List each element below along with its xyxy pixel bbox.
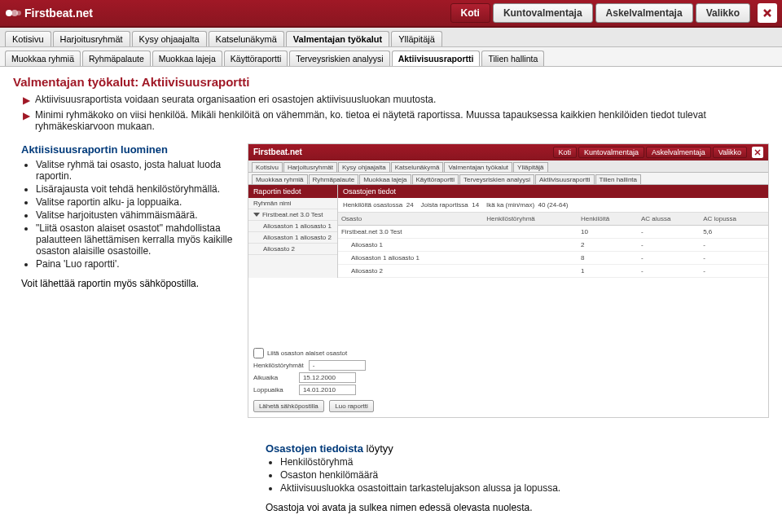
sub-tab-4[interactable]: Valmentajan työkalut (286, 31, 389, 46)
mock-row-3[interactable]: Aliosasto 21-- (338, 264, 768, 277)
mock-sub-5[interactable]: Ylläpitäjä (513, 162, 547, 172)
header-bar: Firstbeat.net Koti Kuntovalmentaja Askel… (0, 0, 782, 28)
mock-col-4: AC lopussa (700, 213, 768, 226)
mock-logo: Firstbeat.net (253, 147, 302, 156)
mock-side-header: Raportin tiedot (248, 185, 337, 198)
third-tab-2[interactable]: Muokkaa lajeja (152, 51, 222, 66)
sub-tab-1[interactable]: Harjoitusryhmät (53, 31, 130, 46)
third-tab-3[interactable]: Käyttöraportti (224, 51, 288, 66)
mock-attach-label: Liitä osaston alaiset osastot (267, 350, 347, 357)
mock-create-button[interactable]: Luo raportti (329, 400, 373, 412)
mock-row-0[interactable]: Firstbeat.net 3.0 Test10-5,6 (338, 225, 768, 238)
intro-bullet-1: ▶Minimi ryhmäkoko on viisi henkilöä. Mik… (23, 109, 769, 132)
mock-sub-4[interactable]: Valmentajan työkalut (444, 162, 512, 172)
mock-third-6[interactable]: Tilien hallinta (595, 174, 641, 184)
close-icon[interactable] (758, 3, 777, 23)
mock-side-item-0[interactable]: Aliosaston 1 aliosasto 1 (248, 221, 337, 232)
mock-col-0: Osasto (338, 213, 483, 226)
mock-row-1[interactable]: Aliosasto 12-- (338, 238, 768, 251)
arrow-icon: ▶ (23, 94, 30, 108)
mock-main-header: Osastojen tiedot (338, 185, 768, 198)
mock-to-input[interactable]: 14.01.2010 (299, 385, 356, 395)
mock-from-input[interactable]: 15.12.2000 (299, 372, 356, 383)
sub-tabs: KotisivuHarjoitusryhmätKysy ohjaajaltaKa… (0, 28, 782, 47)
mock-tree-root[interactable]: Firstbeat.net 3.0 Test (248, 209, 337, 221)
nav-valikko[interactable]: Valikko (696, 3, 750, 23)
mock-side-item-2[interactable]: Aliosasto 2 (248, 244, 337, 255)
mock-col-2: Henkilöitä (578, 213, 638, 226)
mock-nav-kunto[interactable]: Kuntovalmentaja (578, 147, 644, 158)
left-item-3: Valitse harjoitusten vähimmäismäärä. (36, 209, 238, 221)
arrow-icon: ▶ (23, 109, 30, 123)
logo-text: Firstbeat.net (24, 7, 93, 20)
mock-screenshot: Firstbeat.net Koti Kuntovalmentaja Askel… (248, 143, 769, 418)
third-tab-6[interactable]: Tilien hallinta (481, 51, 544, 66)
mock-side-item-1[interactable]: Aliosaston 1 aliosasto 2 (248, 232, 337, 244)
mock-nav-askel[interactable]: Askelvalmentaja (646, 147, 711, 158)
logo: Firstbeat.net (5, 7, 93, 20)
third-tab-5[interactable]: Aktiivisuusraportti (392, 51, 481, 66)
sub-tab-2[interactable]: Kysy ohjaajalta (132, 31, 207, 46)
bottom-footer: Osastoja voi avata ja sulkea nimen edess… (266, 502, 722, 513)
mock-third-3[interactable]: Käyttöraportti (412, 174, 459, 184)
nav-buttons: Koti Kuntovalmentaja Askelvalmentaja Val… (450, 3, 777, 23)
mock-nav-valikko[interactable]: Valikko (713, 147, 747, 158)
stat-l1: Henkilöitä osastossa (343, 201, 402, 209)
chevron-down-icon[interactable] (253, 213, 260, 217)
mock-third-2[interactable]: Muokkaa lajeja (359, 174, 411, 184)
mock-to-label: Loppuaika (253, 386, 294, 394)
mock-col-3: AC alussa (638, 213, 700, 226)
mock-col-1: Henkilöstöryhmä (483, 213, 578, 226)
mock-sub-0[interactable]: Kotisivu (252, 162, 283, 172)
mock-row-2[interactable]: Aliosaston 1 aliosasto 18-- (338, 251, 768, 264)
mock-hr-label: Henkilöstöryhmät (253, 362, 304, 369)
stat-l2: Joista raportissa (421, 201, 468, 209)
svg-point-0 (6, 10, 12, 16)
sub-tab-5[interactable]: Ylläpitäjä (391, 31, 442, 46)
bottom-title-rest: löytyy (363, 442, 393, 455)
stat-v1: 24 (406, 201, 414, 209)
left-item-5: Paina 'Luo raportti'. (36, 258, 238, 270)
mock-table: OsastoHenkilöstöryhmäHenkilöitäAC alussa… (338, 213, 768, 278)
svg-point-2 (16, 11, 21, 15)
mock-sub-3[interactable]: Katselunäkymä (391, 162, 444, 172)
mock-sub-2[interactable]: Kysy ohjaajalta (338, 162, 390, 172)
stat-v2: 14 (472, 201, 479, 209)
mock-sub-1[interactable]: Harjoitusryhmät (283, 162, 337, 172)
third-tab-1[interactable]: Ryhmäpalaute (82, 51, 151, 66)
bottom-item-2: Aktiivisuusluokka osastoittain tarkastel… (280, 482, 722, 494)
section-title: Valmentajan työkalut: Aktiivisuusraportt… (13, 75, 769, 89)
instructions-title: Aktiisisuusraportin luominen (21, 143, 238, 156)
nav-askel[interactable]: Askelvalmentaja (595, 3, 693, 23)
mock-close-icon[interactable] (752, 147, 763, 158)
nav-kunto[interactable]: Kuntovalmentaja (493, 3, 593, 23)
bottom-info: Osastojen tiedoista löytyy Henkilöstöryh… (266, 442, 722, 513)
sub-tab-0[interactable]: Kotisivu (5, 31, 51, 46)
third-tab-4[interactable]: Terveysriskien analyysi (289, 51, 389, 66)
left-item-0: Valitse ryhmä tai osasto, josta haluat l… (36, 159, 238, 182)
mock-from-label: Alkuaika (253, 374, 294, 381)
mock-third-1[interactable]: Ryhmäpalaute (309, 174, 359, 184)
content: Valmentajan työkalut: Aktiivisuusraportt… (0, 67, 782, 521)
mock-hr-select[interactable]: - (309, 360, 366, 371)
third-tabs: Muokkaa ryhmiäRyhmäpalauteMuokkaa lajeja… (0, 47, 782, 67)
mock-third-4[interactable]: Terveysriskien analyysi (459, 174, 534, 184)
stat-l3: Ikä ka (min/max) (486, 201, 534, 209)
sub-tab-3[interactable]: Katselunäkymä (209, 31, 284, 46)
intro-bullet-0: ▶Aktiivisuusraportista voidaan seurata o… (23, 94, 769, 108)
bottom-title-bold: Osastojen tiedoista (266, 442, 363, 455)
instructions-panel: Aktiisisuusraportin luominen Valitse ryh… (13, 143, 238, 289)
bottom-item-0: Henkilöstöryhmä (280, 456, 722, 468)
mock-bottom: Liitä osaston alaiset osastot Henkilöstö… (248, 343, 768, 417)
instructions-footer: Voit lähettää raportin myös sähköpostill… (21, 278, 238, 289)
third-tab-0[interactable]: Muokkaa ryhmiä (5, 51, 81, 66)
mock-nav-koti[interactable]: Koti (553, 147, 578, 158)
left-item-4: "Liitä osaston alaiset osastot" mahdolli… (36, 222, 238, 257)
mock-third-0[interactable]: Muokkaa ryhmiä (252, 174, 308, 184)
mock-third-5[interactable]: Aktiivisuusraportti (535, 174, 595, 184)
left-item-2: Valitse raportin alku- ja loppuaika. (36, 196, 238, 208)
nav-koti[interactable]: Koti (450, 3, 490, 23)
stat-v3: 40 (24-64) (538, 201, 569, 209)
mock-send-button[interactable]: Lähetä sähköpostilla (253, 400, 324, 412)
mock-attach-checkbox[interactable] (253, 348, 264, 358)
